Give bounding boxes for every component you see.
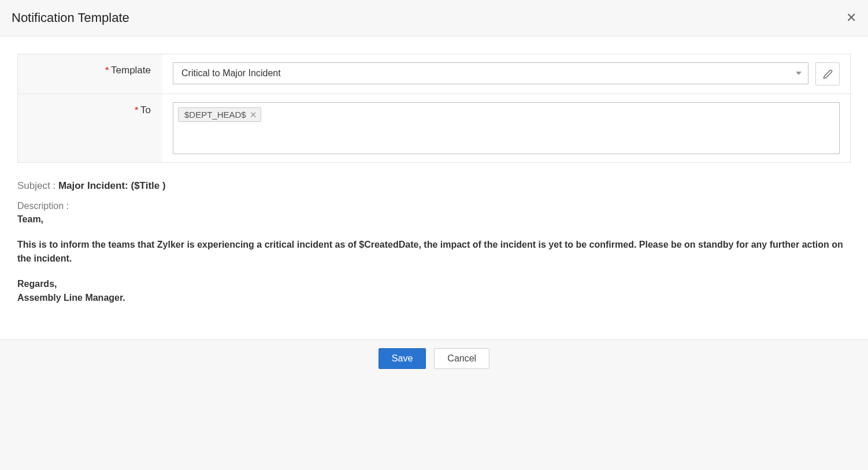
recipient-chip: $DEPT_HEAD$ ✕	[178, 107, 261, 122]
preview-section: Subject : Major Incident: ($Title ) Desc…	[0, 163, 868, 340]
body-greeting: Team,	[17, 212, 851, 226]
description-label: Description :	[17, 201, 851, 211]
template-row: * Template Critical to Major Incident	[18, 54, 850, 94]
dialog-title: Notification Template	[12, 10, 129, 25]
to-row: * To $DEPT_HEAD$ ✕	[18, 94, 850, 162]
subject-line: Subject : Major Incident: ($Title )	[17, 180, 851, 192]
recipient-chip-label: $DEPT_HEAD$	[184, 110, 246, 120]
dialog-header: Notification Template ✕	[0, 0, 868, 36]
body-signature-block: Regards, Assembly Line Manager.	[17, 277, 851, 305]
remove-recipient-icon[interactable]: ✕	[250, 110, 257, 119]
subject-value: Major Incident: ($Title )	[58, 180, 166, 191]
required-marker: *	[105, 65, 109, 74]
edit-icon	[823, 69, 833, 79]
edit-template-button[interactable]	[815, 62, 840, 85]
required-marker: *	[135, 105, 138, 114]
save-button[interactable]: Save	[379, 348, 426, 369]
to-input[interactable]: $DEPT_HEAD$ ✕	[173, 102, 840, 154]
body-main: This is to inform the teams that Zylker …	[17, 238, 851, 266]
dialog-body: * Template Critical to Major Incident	[0, 36, 868, 340]
subject-label: Subject :	[17, 180, 55, 191]
body-regards: Regards,	[17, 277, 851, 291]
template-select-value: Critical to Major Incident	[173, 62, 808, 84]
cancel-button[interactable]: Cancel	[434, 348, 489, 369]
body-signature: Assembly Line Manager.	[17, 291, 851, 305]
to-label: To	[140, 105, 151, 116]
close-icon[interactable]: ✕	[846, 10, 856, 25]
template-label: Template	[111, 65, 151, 76]
dialog-footer: Save Cancel	[0, 340, 868, 372]
description-body: Team, This is to inform the teams that Z…	[17, 212, 851, 305]
template-select[interactable]: Critical to Major Incident	[173, 62, 808, 84]
